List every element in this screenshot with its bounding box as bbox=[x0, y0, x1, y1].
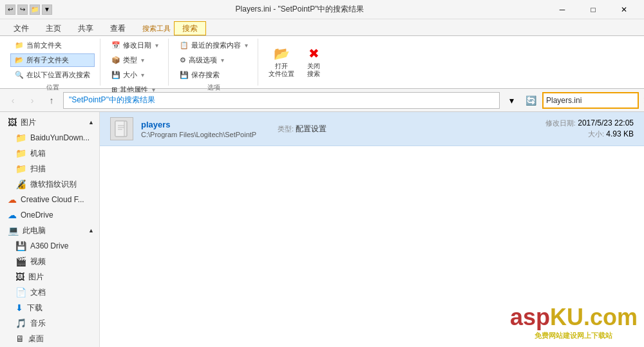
forward-button[interactable]: › bbox=[24, 93, 40, 108]
a360-icon: 💾 bbox=[15, 241, 26, 251]
quick-access-redo[interactable]: ↪ bbox=[17, 5, 28, 15]
maximize-button[interactable]: □ bbox=[578, 0, 608, 19]
chevron-advanced: ▾ bbox=[221, 57, 224, 64]
back-button[interactable]: ‹ bbox=[5, 93, 21, 108]
type-icon: 📦 bbox=[111, 56, 120, 64]
location-buttons: 📁 当前文件夹 📂 所有子文件夹 🔍 在以下位置再次搜索 bbox=[10, 39, 95, 82]
title-bar-left: ↩ ↪ 📁 ▼ bbox=[5, 5, 52, 15]
sidebar-item-pictures2[interactable]: 🖼 图片 bbox=[0, 269, 99, 285]
quick-access-dropdown[interactable]: ▼ bbox=[42, 5, 52, 15]
ribbon-toolbar: 📁 当前文件夹 📂 所有子文件夹 🔍 在以下位置再次搜索 位置 📅 bbox=[0, 36, 644, 89]
sidebar-item-desktop[interactable]: 🖥 桌面 bbox=[0, 331, 99, 346]
sidebar-item-documents[interactable]: 📄 文档 bbox=[0, 285, 99, 300]
group-options-label: 选项 bbox=[207, 83, 220, 92]
tab-view[interactable]: 查看 bbox=[102, 21, 134, 35]
sidebar-label-videos: 视频 bbox=[30, 256, 46, 267]
expand-pictures: ▲ bbox=[88, 119, 94, 126]
open-location-icon: 📂 bbox=[274, 46, 290, 61]
date-label: 修改日期: bbox=[545, 119, 576, 127]
close-button[interactable]: ✕ bbox=[609, 0, 639, 19]
search-input[interactable] bbox=[546, 96, 643, 105]
quick-access-undo[interactable]: ↩ bbox=[5, 5, 15, 15]
svg-rect-1 bbox=[115, 121, 124, 136]
pictures2-icon: 🖼 bbox=[15, 272, 24, 282]
close-search-icon: ✖ bbox=[308, 46, 319, 61]
sidebar-label-downloads: 下载 bbox=[27, 303, 43, 314]
group-location-label: 位置 bbox=[46, 83, 59, 92]
type-label: 类型: bbox=[278, 125, 294, 133]
desktop-icon: 🖥 bbox=[15, 333, 24, 344]
sidebar-label-this-pc: 此电脑 bbox=[23, 225, 46, 236]
advanced-icon: ⚙ bbox=[180, 56, 186, 64]
tab-search[interactable]: 搜索 bbox=[174, 21, 206, 35]
file-path: C:\Program Files\Logitech\SetPointP bbox=[141, 131, 270, 138]
btn-recent-search[interactable]: 📋 最近的搜索内容 ▾ bbox=[175, 39, 252, 52]
group-options-content: 📋 最近的搜索内容 ▾ ⚙ 高级选项 ▾ 💾 保存搜索 bbox=[175, 39, 252, 82]
btn-open-location[interactable]: 📂 打开文件位置 bbox=[265, 43, 298, 80]
sidebar-item-creative-cloud[interactable]: ☁ Creative Cloud F... bbox=[0, 192, 99, 207]
btn-save-search[interactable]: 💾 保存搜索 bbox=[175, 68, 252, 82]
ribbon-group-optimize: 📅 修改日期 ▾ 📦 类型 ▾ 💾 大小 ▾ ⊞ 其他属性 ▾ bbox=[102, 39, 169, 86]
size-value: 4.93 KB bbox=[606, 129, 634, 138]
btn-date[interactable]: 📅 修改日期 ▾ bbox=[107, 39, 163, 52]
sidebar-item-baiduyun[interactable]: 📁 BaiduYunDown... bbox=[0, 130, 99, 145]
tab-search-tools[interactable]: 搜索工具 bbox=[134, 21, 174, 35]
sidebar-label-pictures: 图片 bbox=[21, 117, 36, 128]
ribbon-group-location: 📁 当前文件夹 📂 所有子文件夹 🔍 在以下位置再次搜索 位置 bbox=[5, 39, 100, 86]
file-icon bbox=[110, 117, 133, 140]
file-result-item[interactable]: players C:\Program Files\Logitech\SetPoi… bbox=[100, 112, 644, 146]
quick-access-folder[interactable]: 📁 bbox=[30, 5, 40, 15]
btn-type[interactable]: 📦 类型 ▾ bbox=[107, 53, 163, 67]
ribbon-tabs: 文件 主页 共享 查看 搜索工具 搜索 bbox=[0, 19, 644, 36]
group-actions-content: 📂 打开文件位置 ✖ 关闭搜索 bbox=[265, 39, 327, 84]
baiduyun-icon: 📁 bbox=[15, 133, 26, 143]
sidebar-item-a360[interactable]: 💾 A360 Drive bbox=[0, 238, 99, 254]
path-text: "SetPointP"中的搜索结果 bbox=[69, 95, 155, 106]
tab-file[interactable]: 文件 bbox=[5, 21, 37, 35]
title-bar: ↩ ↪ 📁 ▼ Players.ini - "SetPointP"中的搜索结果 … bbox=[0, 0, 644, 19]
up-button[interactable]: ↑ bbox=[44, 93, 59, 108]
expand-this-pc: ▲ bbox=[88, 227, 94, 234]
sidebar-item-downloads[interactable]: ⬇ 下载 bbox=[0, 300, 99, 315]
chevron-size: ▾ bbox=[141, 71, 144, 79]
date-icon: 📅 bbox=[111, 41, 120, 50]
group-optimize-content: 📅 修改日期 ▾ 📦 类型 ▾ 💾 大小 ▾ ⊞ 其他属性 ▾ bbox=[107, 39, 163, 97]
sidebar-label-a360: A360 Drive bbox=[30, 241, 68, 250]
sidebar-item-music[interactable]: 🎵 音乐 bbox=[0, 315, 99, 331]
btn-close-search[interactable]: ✖ 关闭搜索 bbox=[301, 43, 327, 80]
btn-current-folder[interactable]: 📁 当前文件夹 bbox=[10, 39, 95, 52]
sidebar-label-documents: 文档 bbox=[30, 287, 46, 298]
btn-size[interactable]: 💾 大小 ▾ bbox=[107, 68, 163, 82]
sidebar-item-this-pc[interactable]: 💻 此电脑 ▲ bbox=[0, 223, 99, 238]
tab-share[interactable]: 共享 bbox=[70, 21, 102, 35]
sidebar: 🖼 图片 ▲ 📁 BaiduYunDown... 📁 机箱 📁 扫描 🔏 微软指… bbox=[0, 112, 100, 347]
pictures-icon: 🖼 bbox=[8, 117, 17, 127]
folder-icon: 📁 bbox=[15, 41, 24, 50]
save-search-icon: 💾 bbox=[180, 71, 189, 79]
date-value: 2017/5/23 22:05 bbox=[578, 118, 634, 127]
options-buttons: 📋 最近的搜索内容 ▾ ⚙ 高级选项 ▾ 💾 保存搜索 bbox=[175, 39, 252, 82]
optimize-buttons: 📅 修改日期 ▾ 📦 类型 ▾ 💾 大小 ▾ ⊞ 其他属性 ▾ bbox=[107, 39, 163, 97]
group-location-content: 📁 当前文件夹 📂 所有子文件夹 🔍 在以下位置再次搜索 bbox=[10, 39, 95, 82]
sidebar-item-jixiang[interactable]: 📁 机箱 bbox=[0, 145, 99, 161]
minimize-button[interactable]: ─ bbox=[547, 0, 577, 19]
sidebar-label-baiduyun: BaiduYunDown... bbox=[30, 133, 90, 142]
refresh-button[interactable]: ▾ bbox=[504, 93, 519, 108]
sidebar-label-music: 音乐 bbox=[30, 318, 46, 329]
sidebar-item-videos[interactable]: 🎬 视频 bbox=[0, 254, 99, 269]
sidebar-item-onedrive[interactable]: ☁ OneDrive bbox=[0, 207, 99, 223]
ribbon-group-actions: 📂 打开文件位置 ✖ 关闭搜索 bbox=[260, 39, 332, 86]
sidebar-item-scan[interactable]: 📁 扫描 bbox=[0, 161, 99, 176]
window-controls: ─ □ ✕ bbox=[547, 0, 639, 19]
file-date-col: 修改日期: 2017/5/23 22:05 大小: 4.93 KB bbox=[545, 118, 634, 139]
btn-search-again[interactable]: 🔍 在以下位置再次搜索 bbox=[10, 68, 95, 82]
btn-all-subfolders[interactable]: 📂 所有子文件夹 bbox=[10, 53, 95, 67]
sidebar-item-pictures[interactable]: 🖼 图片 ▲ bbox=[0, 115, 99, 130]
tab-home[interactable]: 主页 bbox=[37, 21, 70, 35]
sidebar-label-onedrive: OneDrive bbox=[21, 211, 53, 220]
size-icon: 💾 bbox=[111, 71, 120, 79]
sidebar-item-fingerprint[interactable]: 🔏 微软指纹识别 bbox=[0, 176, 99, 192]
btn-advanced[interactable]: ⚙ 高级选项 ▾ bbox=[175, 53, 252, 67]
address-refresh[interactable]: 🔄 bbox=[523, 93, 538, 108]
address-path[interactable]: "SetPointP"中的搜索结果 bbox=[63, 92, 500, 109]
